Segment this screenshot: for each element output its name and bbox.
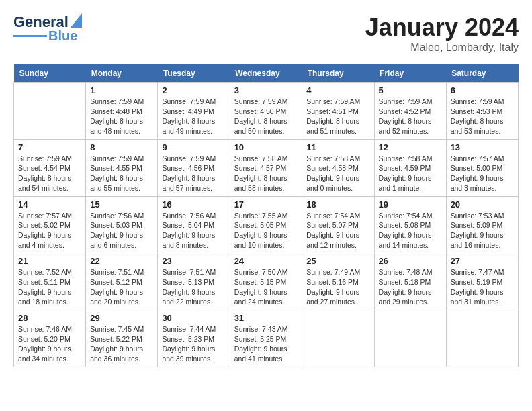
weekday-header-thursday: Thursday xyxy=(302,64,374,83)
day-info: Sunrise: 7:56 AM Sunset: 5:04 PM Dayligh… xyxy=(162,211,225,250)
logo-blue: Blue xyxy=(48,28,77,44)
day-info: Sunrise: 7:58 AM Sunset: 4:59 PM Dayligh… xyxy=(379,154,442,193)
day-info: Sunrise: 7:46 AM Sunset: 5:20 PM Dayligh… xyxy=(18,324,81,364)
day-number: 17 xyxy=(234,199,298,210)
day-number: 22 xyxy=(90,256,153,266)
calendar-cell: 26Sunrise: 7:48 AM Sunset: 5:18 PM Dayli… xyxy=(374,253,446,310)
calendar-cell: 18Sunrise: 7:54 AM Sunset: 5:07 PM Dayli… xyxy=(302,196,374,253)
day-number: 28 xyxy=(18,313,81,323)
day-info: Sunrise: 7:49 AM Sunset: 5:16 PM Dayligh… xyxy=(306,267,369,307)
calendar-cell: 13Sunrise: 7:57 AM Sunset: 5:00 PM Dayli… xyxy=(446,139,518,196)
calendar-cell: 3Sunrise: 7:59 AM Sunset: 4:50 PM Daylig… xyxy=(230,83,302,140)
calendar-cell: 17Sunrise: 7:55 AM Sunset: 5:05 PM Dayli… xyxy=(230,196,302,253)
day-number: 30 xyxy=(162,313,225,323)
calendar-cell: 30Sunrise: 7:44 AM Sunset: 5:23 PM Dayli… xyxy=(158,310,230,367)
day-number: 25 xyxy=(306,256,369,266)
page-header: General Blue January 2024 Maleo, Lombard… xyxy=(13,13,519,54)
day-info: Sunrise: 7:45 AM Sunset: 5:22 PM Dayligh… xyxy=(90,324,153,364)
day-info: Sunrise: 7:59 AM Sunset: 4:51 PM Dayligh… xyxy=(306,97,369,136)
day-info: Sunrise: 7:57 AM Sunset: 5:00 PM Dayligh… xyxy=(451,154,514,193)
day-number: 14 xyxy=(18,199,81,210)
day-info: Sunrise: 7:59 AM Sunset: 4:54 PM Dayligh… xyxy=(18,154,81,193)
day-number: 18 xyxy=(306,199,369,210)
day-number: 8 xyxy=(90,142,153,152)
calendar-cell xyxy=(302,310,374,367)
calendar-cell: 8Sunrise: 7:59 AM Sunset: 4:55 PM Daylig… xyxy=(86,139,158,196)
calendar-cell: 22Sunrise: 7:51 AM Sunset: 5:12 PM Dayli… xyxy=(86,253,158,310)
calendar-cell: 24Sunrise: 7:50 AM Sunset: 5:15 PM Dayli… xyxy=(230,253,302,310)
day-number: 19 xyxy=(379,199,442,210)
day-info: Sunrise: 7:48 AM Sunset: 5:18 PM Dayligh… xyxy=(379,267,442,307)
day-info: Sunrise: 7:55 AM Sunset: 5:05 PM Dayligh… xyxy=(234,211,298,250)
day-info: Sunrise: 7:51 AM Sunset: 5:12 PM Dayligh… xyxy=(90,267,153,307)
day-info: Sunrise: 7:53 AM Sunset: 5:09 PM Dayligh… xyxy=(451,211,514,250)
day-info: Sunrise: 7:59 AM Sunset: 4:56 PM Dayligh… xyxy=(162,154,225,193)
calendar-cell: 9Sunrise: 7:59 AM Sunset: 4:56 PM Daylig… xyxy=(158,139,230,196)
location-title: Maleo, Lombardy, Italy xyxy=(365,42,519,54)
week-row-5: 28Sunrise: 7:46 AM Sunset: 5:20 PM Dayli… xyxy=(14,310,519,367)
calendar-cell: 21Sunrise: 7:52 AM Sunset: 5:11 PM Dayli… xyxy=(14,253,86,310)
title-block: January 2024 Maleo, Lombardy, Italy xyxy=(365,13,519,54)
day-info: Sunrise: 7:58 AM Sunset: 4:57 PM Dayligh… xyxy=(234,154,298,193)
day-info: Sunrise: 7:59 AM Sunset: 4:50 PM Dayligh… xyxy=(234,97,298,136)
day-number: 11 xyxy=(306,142,369,152)
calendar-cell xyxy=(446,310,518,367)
day-info: Sunrise: 7:59 AM Sunset: 4:52 PM Dayligh… xyxy=(379,97,442,136)
day-number: 5 xyxy=(379,85,442,95)
weekday-header-friday: Friday xyxy=(374,64,446,83)
calendar-cell: 20Sunrise: 7:53 AM Sunset: 5:09 PM Dayli… xyxy=(446,196,518,253)
calendar-cell: 4Sunrise: 7:59 AM Sunset: 4:51 PM Daylig… xyxy=(302,83,374,140)
calendar-cell: 15Sunrise: 7:56 AM Sunset: 5:03 PM Dayli… xyxy=(86,196,158,253)
day-number: 7 xyxy=(18,142,81,152)
calendar-cell: 16Sunrise: 7:56 AM Sunset: 5:04 PM Dayli… xyxy=(158,196,230,253)
day-info: Sunrise: 7:59 AM Sunset: 4:53 PM Dayligh… xyxy=(451,97,514,136)
day-number: 23 xyxy=(162,256,225,266)
day-info: Sunrise: 7:44 AM Sunset: 5:23 PM Dayligh… xyxy=(162,324,225,364)
day-info: Sunrise: 7:50 AM Sunset: 5:15 PM Dayligh… xyxy=(234,267,298,307)
calendar-cell: 11Sunrise: 7:58 AM Sunset: 4:58 PM Dayli… xyxy=(302,139,374,196)
day-number: 26 xyxy=(379,256,442,266)
day-info: Sunrise: 7:59 AM Sunset: 4:49 PM Dayligh… xyxy=(162,97,225,136)
calendar-cell xyxy=(14,83,86,140)
week-row-1: 1Sunrise: 7:59 AM Sunset: 4:48 PM Daylig… xyxy=(14,83,519,140)
calendar-cell: 6Sunrise: 7:59 AM Sunset: 4:53 PM Daylig… xyxy=(446,83,518,140)
calendar-cell: 1Sunrise: 7:59 AM Sunset: 4:48 PM Daylig… xyxy=(86,83,158,140)
day-info: Sunrise: 7:54 AM Sunset: 5:08 PM Dayligh… xyxy=(379,211,442,250)
calendar-cell: 14Sunrise: 7:57 AM Sunset: 5:02 PM Dayli… xyxy=(14,196,86,253)
calendar-cell: 31Sunrise: 7:43 AM Sunset: 5:25 PM Dayli… xyxy=(230,310,302,367)
svg-marker-0 xyxy=(70,13,82,28)
day-number: 29 xyxy=(90,313,153,323)
day-info: Sunrise: 7:56 AM Sunset: 5:03 PM Dayligh… xyxy=(90,211,153,250)
calendar-cell: 19Sunrise: 7:54 AM Sunset: 5:08 PM Dayli… xyxy=(374,196,446,253)
day-number: 1 xyxy=(90,85,153,95)
day-number: 6 xyxy=(451,85,514,95)
calendar-cell: 7Sunrise: 7:59 AM Sunset: 4:54 PM Daylig… xyxy=(14,139,86,196)
day-number: 21 xyxy=(18,256,81,266)
day-info: Sunrise: 7:59 AM Sunset: 4:48 PM Dayligh… xyxy=(90,97,153,136)
weekday-header-wednesday: Wednesday xyxy=(230,64,302,83)
day-info: Sunrise: 7:54 AM Sunset: 5:07 PM Dayligh… xyxy=(306,211,369,250)
calendar-cell: 25Sunrise: 7:49 AM Sunset: 5:16 PM Dayli… xyxy=(302,253,374,310)
calendar-cell: 23Sunrise: 7:51 AM Sunset: 5:13 PM Dayli… xyxy=(158,253,230,310)
day-number: 16 xyxy=(162,199,225,210)
weekday-header-monday: Monday xyxy=(86,64,158,83)
week-row-4: 21Sunrise: 7:52 AM Sunset: 5:11 PM Dayli… xyxy=(14,253,519,310)
calendar-cell: 5Sunrise: 7:59 AM Sunset: 4:52 PM Daylig… xyxy=(374,83,446,140)
calendar-cell: 29Sunrise: 7:45 AM Sunset: 5:22 PM Dayli… xyxy=(86,310,158,367)
day-number: 15 xyxy=(90,199,153,210)
day-number: 24 xyxy=(234,256,298,266)
calendar-cell xyxy=(374,310,446,367)
week-row-3: 14Sunrise: 7:57 AM Sunset: 5:02 PM Dayli… xyxy=(14,196,519,253)
logo: General Blue xyxy=(13,13,82,44)
week-row-2: 7Sunrise: 7:59 AM Sunset: 4:54 PM Daylig… xyxy=(14,139,519,196)
day-number: 10 xyxy=(234,142,298,152)
day-number: 3 xyxy=(234,85,298,95)
calendar-cell: 27Sunrise: 7:47 AM Sunset: 5:19 PM Dayli… xyxy=(446,253,518,310)
calendar-cell: 10Sunrise: 7:58 AM Sunset: 4:57 PM Dayli… xyxy=(230,139,302,196)
day-info: Sunrise: 7:57 AM Sunset: 5:02 PM Dayligh… xyxy=(18,211,81,250)
day-number: 13 xyxy=(451,142,514,152)
calendar-cell: 12Sunrise: 7:58 AM Sunset: 4:59 PM Dayli… xyxy=(374,139,446,196)
calendar-table: SundayMondayTuesdayWednesdayThursdayFrid… xyxy=(13,64,519,367)
calendar-cell: 2Sunrise: 7:59 AM Sunset: 4:49 PM Daylig… xyxy=(158,83,230,140)
day-number: 31 xyxy=(234,313,298,323)
